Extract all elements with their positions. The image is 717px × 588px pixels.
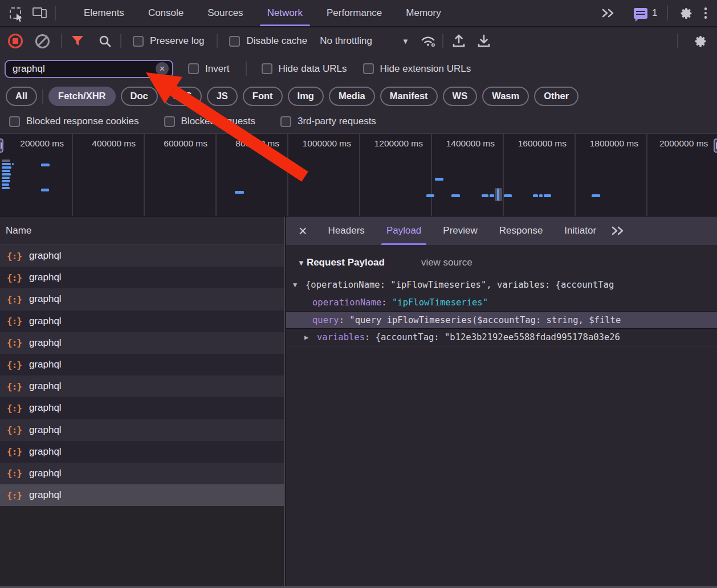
request-row[interactable]: {:}graphql <box>0 484 284 506</box>
chip-all[interactable]: All <box>6 87 37 106</box>
more-detail-tabs-chevron-icon[interactable] <box>610 226 625 236</box>
chip-font[interactable]: Font <box>243 87 283 106</box>
request-row[interactable]: {:}graphql <box>0 419 284 441</box>
network-conditions-icon[interactable] <box>418 31 438 51</box>
request-row[interactable]: {:}graphql <box>0 354 284 375</box>
hide-data-urls-checkbox[interactable]: Hide data URLs <box>262 63 347 75</box>
code-segment: variables <box>317 332 365 342</box>
separator <box>217 34 218 48</box>
filter-funnel-icon[interactable] <box>68 31 87 51</box>
request-row[interactable]: {:}graphql <box>0 463 284 484</box>
blocked-filters-row: Blocked response cookiesBlocked requests… <box>0 109 717 133</box>
request-row[interactable]: {:}graphql <box>0 441 284 463</box>
tab-console[interactable]: Console <box>136 0 195 26</box>
payload-row[interactable]: query: "query ipFlowTimeseries($accountT… <box>286 311 717 329</box>
blocked-response-cookies-checkbox[interactable]: Blocked response cookies <box>9 116 139 127</box>
detail-tab-initiator[interactable]: Initiator <box>553 217 607 245</box>
name-column-header[interactable]: Name <box>0 217 284 245</box>
separator <box>246 62 247 76</box>
detail-tab-preview[interactable]: Preview <box>432 217 488 245</box>
blocked-requests-checkbox[interactable]: Blocked requests <box>164 116 255 127</box>
preserve-log-checkbox[interactable]: Preserve log <box>133 35 204 47</box>
request-row[interactable]: {:}graphql <box>0 267 284 288</box>
collapse-icon[interactable]: ▼ <box>293 281 305 289</box>
collapse-section-icon[interactable]: ▼ <box>298 259 305 267</box>
chip-doc[interactable]: Doc <box>121 87 158 106</box>
tab-elements[interactable]: Elements <box>72 0 136 26</box>
payload-row[interactable]: ▼{operationName: "ipFlowTimeseries", var… <box>286 276 717 293</box>
timeline-right-handle-icon[interactable] <box>714 138 717 153</box>
detail-tab-response[interactable]: Response <box>488 217 554 245</box>
3rd-party-requests-checkbox[interactable]: 3rd-party requests <box>280 116 376 127</box>
timeline-gridline <box>503 134 504 216</box>
payload-row[interactable]: operationName: "ipFlowTimeseries" <box>286 293 717 311</box>
filter-input[interactable]: graphql × <box>5 60 173 78</box>
separator <box>677 34 678 48</box>
timeline-left-handle-icon[interactable] <box>0 138 3 153</box>
record-network-log-button[interactable] <box>8 34 23 48</box>
kebab-menu-icon[interactable] <box>700 7 712 19</box>
tab-performance[interactable]: Performance <box>315 0 394 26</box>
separator <box>42 89 43 104</box>
filter-input-value[interactable]: graphql <box>13 63 156 75</box>
request-row[interactable]: {:}graphql <box>0 397 284 419</box>
view-source-link[interactable]: view source <box>421 257 472 268</box>
chip-ws[interactable]: WS <box>443 87 478 106</box>
waterfall-bar <box>504 194 512 197</box>
detail-tab-headers[interactable]: Headers <box>317 217 376 245</box>
device-toolbar-icon[interactable] <box>30 3 49 23</box>
request-type-chips: AllFetch/XHRDocCSSJSFontImgMediaManifest… <box>0 83 717 109</box>
close-detail-icon[interactable]: × <box>286 224 317 238</box>
request-row[interactable]: {:}graphql <box>0 332 284 354</box>
request-row[interactable]: {:}graphql <box>0 375 284 397</box>
inspect-element-icon[interactable] <box>6 3 25 23</box>
chip-other[interactable]: Other <box>534 87 579 106</box>
import-har-icon[interactable] <box>449 31 469 51</box>
request-row[interactable]: {:}graphql <box>0 288 284 310</box>
tab-sources[interactable]: Sources <box>195 0 255 26</box>
search-icon[interactable] <box>95 31 115 51</box>
timeline-tick-label: 600000 ms <box>164 138 207 149</box>
request-list: {:}graphql{:}graphql{:}graphql{:}graphql… <box>0 245 284 506</box>
waterfall-bar <box>41 189 49 191</box>
waterfall-bar <box>490 194 494 197</box>
chip-js[interactable]: JS <box>207 87 238 106</box>
payload-row[interactable]: ▶variables: {accountTag: "b12e3b2192ee55… <box>286 329 717 346</box>
clear-network-log-icon[interactable] <box>35 34 50 48</box>
waterfall-bar <box>592 194 600 197</box>
hide-extension-urls-checkbox[interactable]: Hide extension URLs <box>363 63 471 75</box>
expand-icon[interactable]: ▶ <box>304 333 317 341</box>
tab-network[interactable]: Network <box>255 0 315 26</box>
checkbox-icon <box>188 63 199 74</box>
clear-filter-icon[interactable]: × <box>156 62 169 75</box>
detail-tab-payload[interactable]: Payload <box>376 217 432 245</box>
invert-checkbox[interactable]: Invert <box>188 63 230 75</box>
waterfall-bar <box>2 180 10 182</box>
throttling-dropdown[interactable]: No throttling ▼ <box>320 35 409 47</box>
timeline-tick-label: 1800000 ms <box>590 138 638 149</box>
chip-wasm[interactable]: Wasm <box>482 87 529 106</box>
tab-memory[interactable]: Memory <box>394 0 453 26</box>
chip-manifest[interactable]: Manifest <box>380 87 438 106</box>
console-messages-button[interactable]: 1 <box>634 7 657 19</box>
code-segment: {operationName: "ipFlowTimeseries", vari… <box>305 280 614 290</box>
request-row[interactable]: {:}graphql <box>0 245 284 267</box>
chip-fetch-xhr[interactable]: Fetch/XHR <box>48 87 115 106</box>
chip-img[interactable]: Img <box>288 87 324 106</box>
disable-cache-checkbox[interactable]: Disable cache <box>229 35 307 47</box>
export-har-icon[interactable] <box>474 31 494 51</box>
network-overview-timeline[interactable]: 200000 ms400000 ms600000 ms800000 ms1000… <box>0 133 717 217</box>
settings-gear-icon[interactable] <box>677 3 696 23</box>
network-settings-gear-icon[interactable] <box>691 31 710 51</box>
request-name: graphql <box>29 468 62 479</box>
chip-css[interactable]: CSS <box>163 87 202 106</box>
json-request-icon: {:} <box>7 424 22 435</box>
waterfall-bar <box>2 163 11 165</box>
request-name: graphql <box>29 489 62 501</box>
more-tabs-chevron-icon[interactable] <box>601 8 616 18</box>
waterfall-bar <box>2 187 10 189</box>
chip-media[interactable]: Media <box>329 87 375 106</box>
timeline-tick-label: 1000000 ms <box>303 138 351 149</box>
waterfall-bar <box>2 177 10 179</box>
request-row[interactable]: {:}graphql <box>0 311 284 332</box>
